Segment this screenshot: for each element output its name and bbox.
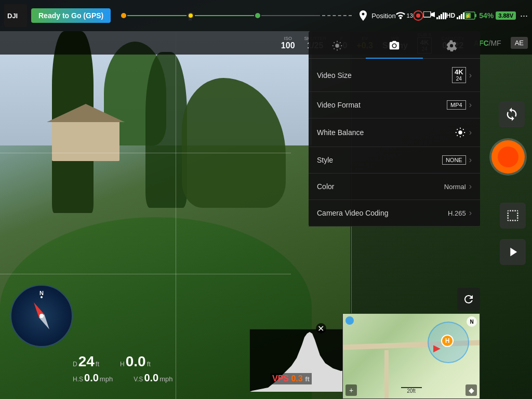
compass-circle: N (10, 285, 73, 347)
menu-item-video-format[interactable]: Video Format MP4 › (309, 92, 480, 118)
map-zoom-in-button[interactable]: + (345, 384, 357, 396)
hd-badge: HD (446, 12, 464, 19)
tab-exposure[interactable] (309, 36, 366, 59)
distance-indicator: D 24 ft (73, 353, 99, 370)
record-button[interactable] (491, 140, 525, 174)
hd-signal-bars (457, 12, 464, 19)
waypoint-dot-h: H (188, 12, 194, 19)
tab-settings[interactable] (423, 36, 480, 59)
map-controls: + 20ft ◆ (343, 384, 480, 396)
top-bar: DJI Ready to Go (GPS) H Position 13 (0, 0, 532, 31)
height-unit: ft (147, 360, 151, 368)
map-drone-icon: ▶ (433, 342, 441, 354)
hspeed-indicator: H.S 0.0 mph (73, 372, 113, 384)
menu-item-white-balance[interactable]: White Balance › (309, 118, 480, 147)
menu-item-video-size[interactable]: Video Size 4K 24 › (309, 59, 480, 92)
distance-unit: ft (96, 360, 99, 368)
mf-label: /MF (489, 39, 501, 47)
flight-path: H (121, 12, 353, 19)
vps-value-num: 0.3 (291, 374, 302, 383)
vps-unit: ft (305, 375, 310, 383)
chevron-icon: › (469, 128, 472, 137)
compass-north-dot (41, 296, 43, 298)
svg-rect-2 (423, 11, 431, 17)
height-label: H (120, 361, 125, 368)
playback-button[interactable] (500, 239, 526, 265)
map-north-indicator: N (467, 316, 477, 327)
sun-icon (455, 127, 466, 138)
status-ready-badge[interactable]: Ready to Go (GPS) (31, 8, 111, 23)
coding-text: H.265 (448, 209, 466, 217)
vps-indicator: VPS 0.3 ft (270, 373, 312, 384)
video-size-value: 4K 24 › (452, 67, 472, 83)
position-mode[interactable]: Position (357, 9, 395, 22)
flight-line-3 (261, 15, 321, 16)
vspeed-value: 0.0 (144, 372, 158, 384)
minimap[interactable]: H ▶ N + 20ft ◆ (342, 313, 480, 399)
svg-point-7 (335, 44, 339, 47)
telemetry-row-2: H.S 0.0 mph V.S 0.0 mph (73, 372, 172, 384)
white-balance-value: › (455, 127, 472, 138)
map-scale: 20ft (401, 387, 422, 394)
video-format-label: Video Format (317, 101, 361, 109)
iso-label: ISO (284, 36, 292, 41)
vspeed-indicator: V.S 0.0 mph (134, 372, 172, 384)
distance-label: D (73, 361, 77, 368)
map-expand-button[interactable] (457, 288, 480, 311)
map-home-icon: H (441, 335, 454, 347)
camera-menu-tabs (309, 31, 480, 59)
chevron-icon: › (469, 208, 472, 218)
style-label: Style (317, 156, 333, 164)
svg-point-8 (458, 131, 462, 135)
vspeed-label: V.S (134, 376, 143, 383)
menu-item-color[interactable]: Color Normal › (309, 174, 480, 200)
compass: N (10, 285, 73, 347)
vps-label: VPS (272, 374, 289, 383)
camera-video-coding-label: Camera Video Coding (317, 209, 389, 217)
compass-north-label: N (39, 290, 44, 296)
waypoint-dot-1 (121, 13, 126, 18)
camera-video-coding-value: H.265 › (448, 208, 472, 218)
iso-param[interactable]: ISO 100 (281, 36, 295, 50)
map-settings-button[interactable]: ◆ (466, 384, 477, 396)
satellite-signal: 13 (396, 11, 413, 20)
white-balance-label: White Balance (317, 128, 364, 137)
filter-settings-button[interactable] (500, 203, 526, 229)
style-badge: NONE (442, 155, 466, 165)
height-value: 0.0 (126, 353, 146, 370)
hspeed-value: 0.0 (84, 372, 99, 384)
video-signal (423, 11, 446, 20)
telemetry-row-1: D 24 ft H 0.0 ft (73, 353, 172, 370)
histogram-close-button[interactable]: ✕ (316, 323, 326, 334)
vspeed-unit: mph (159, 375, 172, 383)
tab-camera[interactable] (366, 36, 423, 59)
flip-camera-button[interactable] (499, 101, 525, 127)
video-size-label: Video Size (317, 71, 352, 79)
video-format-badge: MP4 (447, 100, 466, 110)
video-format-value: MP4 › (447, 100, 472, 110)
svg-point-1 (399, 17, 402, 19)
menu-item-style[interactable]: Style NONE › (309, 147, 480, 174)
battery-voltage: 3.88V (496, 11, 516, 20)
iso-value: 100 (281, 41, 295, 50)
more-options-button[interactable]: ··· (520, 10, 528, 21)
svg-text:DJI: DJI (7, 12, 18, 20)
video-size-badge: 4K 24 (452, 67, 466, 83)
position-label: Position (371, 12, 395, 20)
flight-line-2 (195, 15, 254, 16)
menu-item-camera-video-coding[interactable]: Camera Video Coding H.265 › (309, 200, 480, 227)
ae-button[interactable]: AE (511, 37, 528, 49)
rc-signal (413, 10, 423, 21)
signal-bars (436, 12, 446, 19)
color-value: Normal › (444, 182, 472, 191)
battery-percent: 54% (479, 11, 494, 20)
chevron-icon: › (469, 100, 472, 110)
style-value: NONE › (442, 155, 472, 165)
telemetry-panel: D 24 ft H 0.0 ft H.S 0.0 mph V.S 0.0 mph (73, 353, 172, 386)
distance-value: 24 (78, 353, 95, 370)
svg-rect-4 (475, 14, 476, 17)
dji-logo: DJI (4, 4, 27, 27)
flight-line-1 (127, 15, 187, 16)
flight-dash (322, 15, 352, 16)
waypoint-dot-2 (255, 13, 260, 18)
